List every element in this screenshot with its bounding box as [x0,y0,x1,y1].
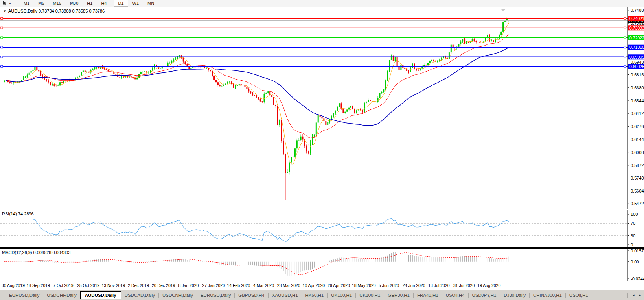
timeframe-button-H1[interactable]: H1 [83,0,97,7]
price-tick-label: 0.65440 [631,98,644,103]
date-tick-label: 13 Nov 2019 [102,283,125,288]
tab-scroll-arrows: ◂ ▸ [624,293,644,298]
chevron-down-icon: ▼ [9,2,11,5]
rsi-indicator-panel[interactable]: 10070300 [0,210,644,247]
tab-FRA40-H1[interactable]: FRA40,H1 [414,292,442,299]
price-tick-label: 0.58720 [631,163,644,168]
hline-0.72022[interactable] [0,37,628,39]
svg-text:0.73033: 0.73033 [629,26,644,30]
date-tick-label: 25 Oct 2019 [77,283,99,288]
macd-indicator-panel[interactable]: 0.0157410.00-0.024412 [0,249,644,281]
hline-0.73033[interactable] [0,27,628,29]
date-tick-label: 30 Aug 2019 [2,283,25,288]
rsi-tick-label: 0 [631,243,633,247]
tab-scroll-left-icon[interactable]: ◂ [633,293,635,297]
tab-AUDUSD-Daily[interactable]: AUDUSD,Daily [80,291,121,299]
rsi-tick-label: 100 [631,212,638,217]
tab-USDCAD-Daily[interactable]: USDCAD,Daily [121,292,158,299]
timeframe-button-MN[interactable]: MN [143,0,158,7]
tab-USOil-H4[interactable]: USOil,H4 [442,292,468,299]
price-tick-label: 0.60080 [631,150,644,155]
macd-value-signal: 0.004303 [52,250,70,255]
date-tick-label: 20 Dec 2019 [152,283,175,288]
tab-EURUSD-Daily[interactable]: EURUSD,Daily [197,292,234,299]
tab-EURUSD-Daily[interactable]: EURUSD,Daily [6,292,43,299]
date-tick-label: 27 Jan 2020 [202,283,225,288]
tab-UK100-H1[interactable]: UK100,H1 [356,292,384,299]
chart-window[interactable]: 0.748800.735200.721600.708400.694800.681… [0,7,644,290]
date-tick-label: 24 Jun 2020 [403,283,425,288]
date-tick-label: 4 Mar 2020 [253,283,274,288]
price-tick-label: 0.64120 [631,111,644,116]
date-tick-label: 23 Mar 2020 [277,283,300,288]
svg-text:0.74021: 0.74021 [629,16,644,21]
pointer-cursor-icon [2,1,7,6]
tab-UK100-H1[interactable]: UK100,H1 [328,292,355,299]
timeframe-button-H4[interactable]: H4 [97,0,111,7]
date-tick-label: 14 Feb 2020 [227,283,250,288]
rsi-name: RSI(14) [2,211,17,216]
symbol-tab-bar: EURUSD,DailyUSDCHF,DailyAUDUSD,DailyUSDC… [0,290,644,300]
tab-USOil-H1[interactable]: USOil,H1 [566,292,592,299]
timeframe-button-D1[interactable]: D1 [114,0,128,7]
macd-name: MACD(12,26,9) [2,250,32,255]
date-tick-label: 5 Jun 2020 [379,283,399,288]
timeframe-button-M30[interactable]: M30 [66,0,83,7]
price-flag-0.71010: 0.71010 [628,45,644,50]
tab-HK50-H1[interactable]: HK50,H1 [302,292,328,299]
price-tick-label: 0.61440 [631,137,644,142]
tab-USDCNH-Daily[interactable]: USDCNH,Daily [159,292,197,299]
price-flag-0.72022: 0.72022 [628,35,644,40]
date-tick-label: 19 Aug 2020 [477,283,500,288]
date-tick-label: 2 Dec 2019 [128,283,149,288]
tab-XAUUSD-H1[interactable]: XAUUSD,H1 [269,292,302,299]
hline-0.71010[interactable] [0,46,628,48]
price-flag-0.74021: 0.74021 [628,16,644,21]
macd-tick-label: -0.024412 [631,276,644,281]
price-tick-label: 0.74880 [631,8,644,13]
tab-GBPUSD-H4[interactable]: GBPUSD,H4 [235,292,268,299]
svg-text:0.69999: 0.69999 [629,55,644,59]
date-axis[interactable]: 30 Aug 201918 Sep 20197 Oct 201925 Oct 2… [0,281,644,291]
rsi-value: 74.2896 [18,211,34,216]
svg-text:0.72022: 0.72022 [629,35,644,40]
date-tick-label: 18 May 2020 [352,283,376,288]
timeframe-button-M15[interactable]: M15 [49,0,66,7]
timeframe-button-W1[interactable]: W1 [128,0,144,7]
toolbar-grip[interactable] [15,1,18,6]
hline-0.69999[interactable] [0,56,628,58]
chart-title: ▼ AUDUSD,Daily 0.73734 0.73808 0.73585 0… [3,9,105,13]
timeframe-button-M5[interactable]: M5 [34,0,48,7]
price-tick-label: 0.68160 [631,72,644,77]
date-tick-label: 18 Sep 2019 [26,283,50,288]
macd-tick-label: 0.015741 [631,249,644,253]
svg-text:0.69025: 0.69025 [629,64,644,69]
chart-shift-marker[interactable] [500,9,506,11]
price-tick-label: 0.57400 [631,176,644,180]
macd-tick-label: 0.00 [631,259,639,264]
rsi-line [4,219,509,242]
tab-USDCHF-Daily[interactable]: USDCHF,Daily [43,292,80,299]
top-toolbar: ▼ M1M5M15M30H1H4D1W1MN [0,0,644,7]
date-tick-label: 29 Apr 2020 [328,283,350,288]
macd-value-main: 0.006528 [33,250,51,255]
tab-GER30-H1[interactable]: GER30,H1 [384,292,413,299]
rsi-tick-label: 70 [631,221,635,226]
timeframe-button-group: M1M5M15M30H1H4D1W1MN [19,0,158,7]
tab-CHINA300-H1[interactable]: CHINA300,H1 [530,292,565,299]
main-price-chart[interactable]: 0.748800.735200.721600.708400.694800.681… [0,7,644,209]
hline-0.74021[interactable] [0,17,628,19]
price-tick-label: 0.66800 [631,85,644,90]
tab-scroll-right-icon[interactable]: ▸ [639,293,641,297]
price-tick-label: 0.56040 [631,189,644,193]
chart-dropdown-icon[interactable]: ▼ [3,9,6,13]
rsi-tick-label: 30 [631,233,635,238]
date-tick-label: 8 Jan 2020 [178,283,199,288]
cursor-tool-button[interactable]: ▼ [0,0,14,7]
price-tick-label: 0.54720 [631,201,644,206]
timeframe-button-M1[interactable]: M1 [19,0,34,7]
tab-USDJPY-H1[interactable]: USDJPY,H1 [469,292,500,299]
tab-DJ30-Daily[interactable]: DJ30,Daily [500,292,529,299]
date-tick-label: 7 Oct 2019 [53,283,73,288]
svg-text:0.71010: 0.71010 [629,45,644,50]
